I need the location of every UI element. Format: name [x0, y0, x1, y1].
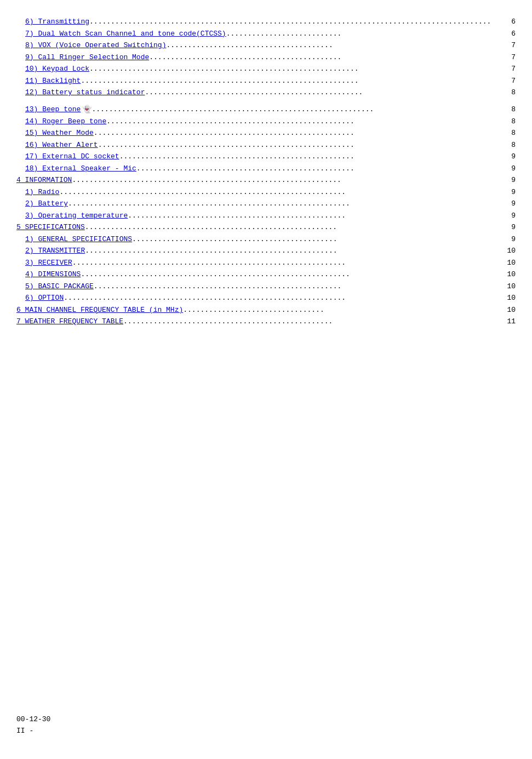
toc-page-number: 9 — [511, 163, 516, 174]
toc-dots: ........................................… — [132, 234, 510, 245]
toc-label[interactable]: 3) RECEIVER — [25, 258, 72, 269]
toc-label[interactable]: 1) GENERAL SPECIFICATIONS — [25, 234, 132, 245]
toc-page-number: 9 — [511, 210, 516, 221]
toc-dots: ........................................… — [94, 128, 510, 139]
toc-item[interactable]: 8) VOX (Voice Operated Switching) ......… — [16, 40, 516, 51]
toc-dots: ........................................… — [106, 116, 510, 127]
toc-page-number: 9 — [511, 222, 516, 233]
toc-label[interactable]: 6 MAIN CHANNEL FREQUENCY TABLE (in MHz) — [16, 305, 183, 316]
table-of-contents: 6) Transmitting ........................… — [16, 11, 516, 327]
toc-label[interactable]: 8) VOX (Voice Operated Switching) — [25, 40, 166, 51]
toc-dots: ........................................… — [64, 293, 506, 304]
toc-label[interactable]: 16) Weather Alert — [25, 140, 98, 151]
toc-item[interactable]: 13) Beep tone👻 .........................… — [16, 104, 516, 115]
toc-label[interactable]: 13) Beep tone👻 — [25, 104, 91, 115]
toc-label[interactable]: 17) External DC socket — [25, 151, 119, 162]
toc-dots: ........................................… — [149, 52, 510, 63]
toc-dots: ........................................… — [128, 210, 510, 221]
toc-label[interactable]: 9) Call Ringer Selection Mode — [25, 52, 149, 63]
toc-label[interactable]: 7 WEATHER FREQUENCY TABLE — [16, 316, 123, 327]
toc-item[interactable]: 17) External DC socket .................… — [16, 151, 516, 162]
toc-page-number: 9 — [511, 175, 516, 186]
toc-label[interactable]: 4) DIMENSIONS — [25, 269, 81, 280]
toc-label[interactable]: 18) External Speaker - Mic — [25, 163, 136, 174]
toc-item[interactable]: 2) Battery .............................… — [16, 198, 516, 209]
toc-item[interactable]: 12) Battery status indicator ...........… — [16, 87, 516, 98]
toc-item[interactable]: 3) RECEIVER ............................… — [16, 258, 516, 269]
toc-page-number: 7 — [511, 64, 516, 75]
toc-item[interactable]: 15) Weather Mode .......................… — [16, 128, 516, 139]
toc-dots: ........................................… — [119, 151, 511, 162]
toc-dots: ........................................… — [68, 198, 510, 209]
toc-page-number: 9 — [511, 151, 516, 162]
toc-dots: ........................................… — [89, 16, 510, 27]
toc-page-number: 10 — [507, 246, 516, 256]
toc-label[interactable]: 3) Operating temperature — [25, 210, 128, 221]
toc-label[interactable]: 15) Weather Mode — [25, 128, 94, 139]
toc-dots: ........................................… — [145, 87, 510, 98]
toc-page-number: 7 — [511, 76, 516, 87]
toc-label[interactable]: 6) Transmitting — [25, 16, 89, 27]
toc-dots: ........................................… — [89, 64, 510, 75]
toc-item[interactable]: 3) Operating temperature ...............… — [16, 210, 516, 221]
toc-label[interactable]: 14) Roger Beep tone — [25, 116, 106, 127]
toc-label[interactable]: 1) Radio — [25, 187, 59, 198]
toc-item[interactable]: 7) Dual Watch Scan Channel and tone code… — [16, 28, 516, 39]
toc-label[interactable]: 2) Battery — [25, 198, 68, 209]
toc-item[interactable]: 10) Keypad Lock ........................… — [16, 64, 516, 75]
toc-label[interactable]: 6) OPTION — [25, 293, 64, 304]
toc-dots: ................................. — [183, 305, 506, 316]
toc-item[interactable]: 7 WEATHER FREQUENCY TABLE ..............… — [16, 316, 516, 327]
toc-page-number: 11 — [507, 316, 516, 327]
toc-dots: ........................................… — [94, 281, 506, 292]
toc-dots: ....................................... — [166, 40, 510, 51]
footer-line1: 00-12-30 — [16, 714, 50, 726]
toc-item[interactable]: 16) Weather Alert ......................… — [16, 140, 516, 151]
toc-dots: ........................................… — [72, 175, 510, 186]
toc-item[interactable]: 4 INFORMATION ..........................… — [16, 175, 516, 186]
toc-item[interactable]: 11) Backlight ..........................… — [16, 76, 516, 87]
toc-dots: ........................................… — [85, 246, 506, 256]
toc-page-number: 9 — [511, 234, 516, 245]
toc-page-number: 8 — [511, 116, 516, 127]
toc-page-number: 6 — [511, 16, 516, 27]
toc-item[interactable]: 1) Radio ...............................… — [16, 187, 516, 198]
toc-item[interactable]: 9) Call Ringer Selection Mode ..........… — [16, 52, 516, 63]
toc-label[interactable]: 4 INFORMATION — [16, 175, 72, 186]
toc-page-number: 9 — [511, 198, 516, 209]
toc-page-number: 10 — [507, 258, 516, 269]
toc-dots: ........................................… — [72, 258, 506, 269]
toc-dots: ........................................… — [136, 163, 510, 174]
toc-item[interactable]: 6) Transmitting ........................… — [16, 16, 516, 27]
footer: 00-12-30 II - — [16, 714, 50, 737]
toc-page-number: 9 — [511, 187, 516, 198]
toc-page-number: 10 — [507, 305, 516, 316]
toc-label[interactable]: 7) Dual Watch Scan Channel and tone code… — [25, 28, 226, 39]
toc-item[interactable]: 18) External Speaker - Mic .............… — [16, 163, 516, 174]
toc-page-number: 10 — [507, 293, 516, 304]
toc-item[interactable]: 6 MAIN CHANNEL FREQUENCY TABLE (in MHz) … — [16, 305, 516, 316]
toc-item[interactable]: 1) GENERAL SPECIFICATIONS ..............… — [16, 234, 516, 245]
toc-label[interactable]: 10) Keypad Lock — [25, 64, 89, 75]
toc-item[interactable]: 14) Roger Beep tone ....................… — [16, 116, 516, 127]
toc-page-number: 6 — [511, 28, 516, 39]
toc-page-number: 8 — [511, 87, 516, 98]
toc-label[interactable]: 5 SPECIFICATIONS — [16, 222, 85, 233]
toc-label[interactable]: 5) BASIC PACKAGE — [25, 281, 94, 292]
toc-item[interactable]: 6) OPTION ..............................… — [16, 293, 516, 304]
toc-dots: ........................................… — [81, 76, 510, 87]
toc-label[interactable]: 12) Battery status indicator — [25, 87, 145, 98]
toc-page-number: 7 — [511, 40, 516, 51]
toc-dots: ........................................… — [98, 140, 511, 151]
toc-dots: ........................................… — [59, 187, 510, 198]
toc-label[interactable]: 11) Backlight — [25, 76, 81, 87]
toc-item[interactable]: 4) DIMENSIONS ..........................… — [16, 269, 516, 280]
footer-line2: II - — [16, 726, 50, 737]
toc-page-number: 7 — [511, 52, 516, 63]
toc-item[interactable]: 2) TRANSMITTER .........................… — [16, 246, 516, 256]
toc-dots: ........................... — [226, 28, 511, 39]
toc-page-number: 8 — [511, 140, 516, 151]
toc-item[interactable]: 5 SPECIFICATIONS .......................… — [16, 222, 516, 233]
toc-item[interactable]: 5) BASIC PACKAGE .......................… — [16, 281, 516, 292]
toc-label[interactable]: 2) TRANSMITTER — [25, 246, 85, 256]
